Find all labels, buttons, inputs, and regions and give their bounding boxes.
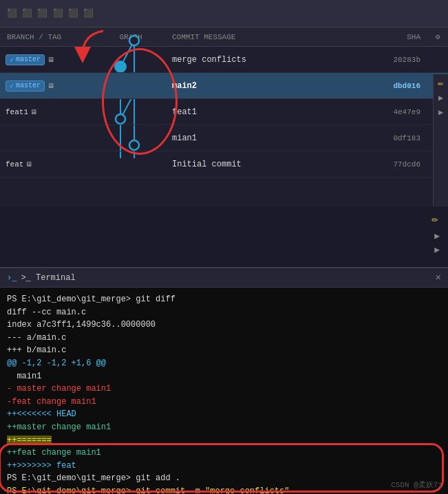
git-row[interactable]: ✓ master 🖥 main2 dbd016 ▶ [0,73,448,99]
header-branch: BRANCH / TAG [0,33,96,41]
branch-col-feat: feat 🖥 [0,160,96,169]
branch-col-master2: ✓ master 🖥 [0,80,96,92]
graph-col-3 [96,99,165,125]
sha-5: 77dcd6 [365,160,427,169]
terminal-line: diff --cc main.c [7,306,441,319]
terminal-line: ++======= [7,434,441,447]
graph-col-4 [96,125,165,151]
monitor-icon-3: 🖥 [30,108,37,116]
message-4: mian1 [165,133,365,143]
git-row[interactable]: ✓ master 🖥 merge conflicts 20283b [0,47,448,73]
monitor-icon-5: 🖥 [25,160,32,169]
branch-col-master1: ✓ master 🖥 [0,54,96,65]
feat-label: feat 🖥 [6,160,32,169]
feat-text: feat [6,160,23,169]
header-settings[interactable]: ⚙ [427,32,448,41]
table-header: BRANCH / TAG GRAPH COMMIT MESSAGE SHA ⚙ [0,28,448,47]
sidebar-icon-2[interactable]: ▶ [435,93,447,103]
terminal-line: main1 [7,370,441,383]
message-3: feat1 [165,107,365,117]
git-row[interactable]: mian1 0df183 [0,125,448,151]
terminal-line: +++ b/main.c [7,344,441,357]
terminal-line: index a7c3ff1,1499c36..0000000 [7,319,441,332]
terminal-content: PS E:\git_demo\git_merge> git diff diff … [0,288,448,494]
toolbar-icons: ⬛ ⬛ ⬛ ⬛ ⬛ ⬛ [7,8,94,19]
watermark: CSDN @柔妖71 [391,480,442,490]
pencil-icon-right[interactable]: ✏ [431,212,438,226]
branch-col-feat1: feat1 🖥 [0,108,96,116]
terminal-line: PS E:\git_demo\git_merge> git commit -m … [7,485,441,494]
terminal-area: ›_ >_ Terminal × PS E:\git_demo\git_merg… [0,267,448,494]
terminal-line: @@ -1,2 -1,2 +1,6 @@ [7,357,441,370]
check-icon: ✓ [10,56,14,64]
message-5: Initial commit [165,160,365,169]
top-bar: ⬛ ⬛ ⬛ ⬛ ⬛ ⬛ [0,0,448,28]
sha-1: 20283b [365,56,427,64]
sidebar-icon-3[interactable]: ▶ [435,107,447,118]
feat1-label: feat1 🖥 [6,108,37,116]
terminal-line: -feat change main1 [7,396,441,409]
git-row[interactable]: feat1 🖥 feat1 4e47e9 [0,99,448,125]
terminal-line: - master change main1 [7,383,441,396]
graph-col-5 [96,151,165,178]
terminal-line: ++>>>>>>> feat [7,460,441,473]
pencil-icon[interactable]: ✏ [435,77,447,89]
right-sidebar: ✏ ▶ ▶ [433,74,448,206]
graph-col-2 [96,73,165,99]
message-2: main2 [165,81,365,91]
terminal-line: ++<<<<<<< HEAD [7,408,441,421]
monitor-icon-2: 🖥 [47,82,54,90]
sha-2: dbd016 [365,82,427,90]
header-graph: GRAPH [96,33,165,41]
terminal-line: PS E:\git_demo\git_merge> git diff [7,293,441,306]
graph-col-1 [96,47,165,73]
header-sha: SHA [365,33,427,41]
git-row[interactable]: feat 🖥 Initial commit 77dcd6 [0,151,448,178]
monitor-icon-1: 🖥 [47,56,54,64]
sidebar-icon-right-2[interactable]: ▶ [434,244,440,255]
terminal-line: ++feat change main1 [7,447,441,460]
terminal-close-button[interactable]: × [436,272,441,283]
master-label-2: master [16,82,41,89]
check-icon-2: ✓ [10,82,14,90]
feat1-text: feat1 [6,108,28,116]
header-message: COMMIT MESSAGE [165,33,365,41]
terminal-line: PS E:\git_demo\git_merge> git add . [7,472,441,485]
master-label-1: master [16,56,41,63]
terminal-line: --- a/main.c [7,332,441,345]
terminal-titlebar: ›_ >_ Terminal × [0,268,448,288]
git-graph-area: BRANCH / TAG GRAPH COMMIT MESSAGE SHA ⚙ … [0,28,448,206]
sha-3: 4e47e9 [365,108,427,116]
master-tag-1[interactable]: ✓ master [6,54,45,65]
terminal-title-text: >_ Terminal [21,273,75,283]
master-tag-2[interactable]: ✓ master [6,80,45,92]
sidebar-icon-right-1[interactable]: ▶ [434,230,440,241]
middle-space: ✏ ▶ ▶ [0,206,448,267]
sha-4: 0df183 [365,134,427,142]
terminal-title: ›_ >_ Terminal [7,273,76,283]
terminal-line: ++master change main1 [7,421,441,434]
terminal-prompt-icon: ›_ [7,273,17,283]
message-1: merge conflicts [165,55,365,65]
